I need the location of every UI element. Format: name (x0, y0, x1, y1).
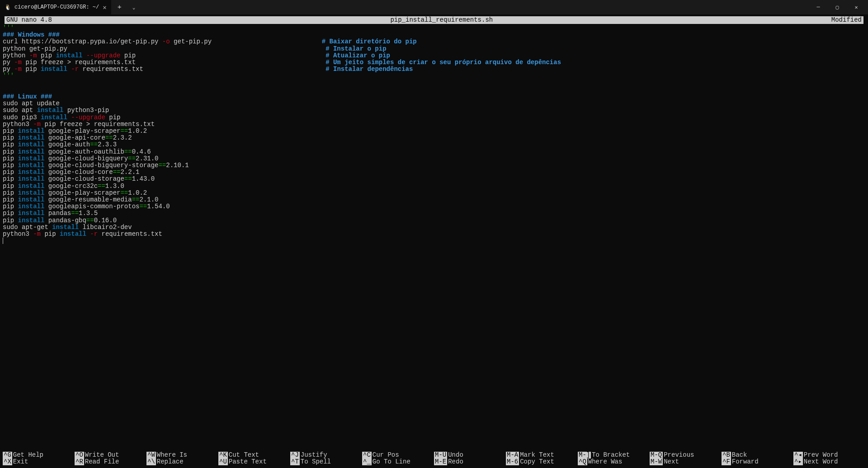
shortcut-item: ^U Paste Text (218, 459, 290, 465)
shortcut-key: M-A (506, 452, 519, 459)
shortcut-key: ^T (290, 459, 300, 465)
code-text: curl https://bootstrap.pypa.io/get-pip.p… (3, 38, 162, 45)
shortcut-item: ^Q Where Was (578, 459, 650, 465)
code-text: sudo pip3 (3, 114, 41, 121)
pad (136, 59, 326, 66)
code-text: pip (105, 114, 121, 121)
shortcut-item: ^X Exit (3, 459, 75, 465)
terminal-tab[interactable]: 🐧 cicero@LAPTOP-CU3697GR: ~/ ✕ (0, 0, 111, 14)
shortcut-key: ^◂ (793, 452, 803, 459)
minimize-button[interactable]: — (809, 1, 827, 14)
tab-strip: 🐧 cicero@LAPTOP-CU3697GR: ~/ ✕ + ⌄ (0, 0, 142, 14)
new-tab-button[interactable]: + (115, 3, 124, 12)
triple-quote: ''' (3, 24, 14, 32)
shortcut-key: ^J (290, 452, 300, 459)
flag: -m (14, 59, 22, 66)
flag: -m (33, 121, 41, 128)
shortcut-key: ^_ (362, 459, 372, 465)
shortcut-item: ^_ Go To Line (362, 459, 434, 465)
nano-filename: pip_install_requirements.sh (52, 16, 831, 24)
shortcut-item: ^R Read File (75, 459, 146, 465)
flag: -m (14, 66, 22, 73)
shortcut-label: To Spell (301, 459, 331, 465)
shortcut-label: Next Word (804, 459, 838, 465)
shortcut-label: Read File (85, 459, 119, 465)
code-text: python3-pip (63, 107, 109, 114)
comment: # Instalar o pip (326, 45, 386, 52)
shortcut-label: Prev Word (804, 452, 838, 459)
shortcut-label: Copy Text (520, 459, 554, 465)
shortcut-label: Forward (732, 459, 759, 465)
titlebar: 🐧 cicero@LAPTOP-CU3697GR: ~/ ✕ + ⌄ — ▢ ✕ (0, 0, 868, 14)
shortcut-key: ^▸ (793, 459, 803, 465)
install-kw: install (41, 114, 67, 121)
shortcut-label: Back (732, 452, 747, 459)
shortcut-item: M-W Next (650, 459, 722, 465)
close-button[interactable]: ✕ (847, 1, 865, 14)
shortcut-key: M-6 (506, 459, 519, 465)
tab-dropdown-icon[interactable]: ⌄ (130, 4, 138, 11)
install-kw: install (41, 66, 67, 73)
shortcut-item: ^K Cut Text (218, 452, 290, 459)
code-text: py (3, 66, 14, 73)
shortcut-key: ^B (722, 452, 731, 459)
code-text: get-pip.py (170, 38, 212, 45)
pad (136, 52, 326, 59)
flag: --upgrade (82, 52, 120, 59)
shortcut-item: ^B Back (722, 452, 793, 459)
editor-area[interactable]: ''' ### Windows ### curl https://bootstr… (0, 24, 868, 452)
shortcut-label: To Bracket (592, 452, 630, 459)
shortcut-label: Get Help (13, 452, 43, 459)
shortcut-item: M-6 Copy Text (506, 459, 578, 465)
shortcut-label: Write Out (85, 452, 119, 459)
shortcut-key: ^\ (146, 459, 156, 465)
shortcut-label: Paste Text (229, 459, 267, 465)
code-text: py (3, 59, 14, 66)
shortcut-label: Undo (448, 452, 463, 459)
shortcut-label: Previous (664, 452, 694, 459)
code-text: pip freeze > requirements.txt (22, 59, 136, 66)
code-text: sudo apt update (3, 100, 60, 107)
code-text: pip (41, 230, 60, 238)
shortcut-item: ^F Forward (722, 459, 793, 465)
code-text: python3 (3, 121, 33, 128)
code-text: libcairo2-dev (79, 224, 132, 231)
nano-app-name: GNU nano 4.8 (5, 16, 52, 24)
linux-icon: 🐧 (5, 4, 11, 10)
maximize-button[interactable]: ▢ (828, 1, 846, 14)
shortcut-item: ^T To Spell (290, 459, 362, 465)
install-kw: install (60, 230, 86, 238)
shortcut-label: Justify (301, 452, 327, 459)
shortcut-label: Cur Pos (373, 452, 399, 459)
pad (67, 45, 326, 52)
code-text: sudo apt (3, 107, 37, 114)
shortcut-key: ^X (3, 459, 12, 465)
shortcut-key: ^F (722, 459, 731, 465)
nano-shortcuts-bar: ^G Get Help^O Write Out^W Where Is^K Cut… (0, 452, 868, 468)
install-kw: install (37, 107, 64, 114)
comment: # Instalar dependências (326, 66, 413, 73)
shortcut-key: ^G (3, 452, 12, 459)
install-kw: install (52, 224, 79, 231)
shortcut-item: ^▸ Next Word (793, 459, 865, 465)
tab-close-icon[interactable]: ✕ (103, 4, 106, 11)
shortcut-item: M-Q Previous (650, 452, 722, 459)
shortcut-key: M-] (578, 452, 591, 459)
shortcut-label: Exit (13, 459, 28, 465)
shortcut-item: ^O Write Out (75, 452, 146, 459)
code-text: pip (22, 66, 41, 73)
shortcut-label: Mark Text (520, 452, 554, 459)
shortcut-key: ^K (218, 452, 228, 459)
pad (212, 38, 322, 45)
shortcut-key: M-U (434, 452, 447, 459)
shortcut-item: ^G Get Help (3, 452, 75, 459)
comment: # Atualizar o pip (326, 52, 390, 59)
shortcut-item: ^◂ Prev Word (793, 452, 865, 459)
flag: -r (67, 66, 79, 73)
shortcut-key: M-Q (650, 452, 663, 459)
shortcut-item: M-A Mark Text (506, 452, 578, 459)
shortcut-label: Where Is (157, 452, 187, 459)
code-text: python (3, 52, 29, 59)
comment: # Um jeito simples de criar o seu própri… (326, 59, 561, 66)
package-install-lines: pip install google-play-scraper==1.0.2 p… (3, 127, 189, 224)
